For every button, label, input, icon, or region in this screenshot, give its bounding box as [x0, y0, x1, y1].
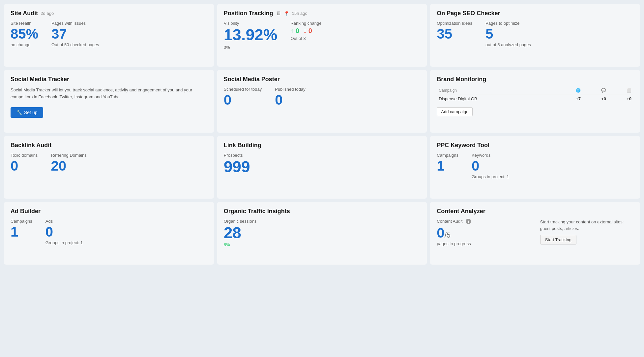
- social-media-poster-title: Social Media Poster: [224, 76, 280, 83]
- social-media-poster-card: Social Media Poster Scheduled for today …: [217, 70, 427, 133]
- prospects-value: 999: [224, 159, 250, 175]
- opt-ideas-value: 35: [437, 27, 472, 41]
- social-media-tracker-card: Social Media Tracker Social Media Tracke…: [4, 70, 214, 133]
- organic-traffic-card: Organic Traffic Insights Organic session…: [217, 202, 427, 265]
- content-right-text: Start tracking your content on external …: [540, 219, 633, 232]
- published-label: Published today: [275, 87, 306, 92]
- scheduled-value: 0: [224, 93, 262, 107]
- audit-value: 0: [437, 225, 444, 241]
- content-analyzer-card: Content Analyzer Content Audit i 0/5 pag…: [430, 202, 640, 265]
- content-analyzer-title: Content Analyzer: [437, 208, 485, 215]
- toxic-value: 0: [11, 159, 38, 173]
- site-audit-title: Site Audit: [11, 10, 38, 17]
- ranking-change-label: Ranking change: [290, 21, 321, 26]
- setup-button[interactable]: 🔧 Set up: [11, 107, 43, 118]
- published-value: 0: [275, 93, 306, 107]
- visibility-pct: 0%: [224, 45, 278, 50]
- content-audit-label: Content Audit: [437, 219, 462, 224]
- chat-col-header: 💬: [583, 87, 608, 94]
- rank-up-value: ↑ 0: [290, 27, 299, 35]
- campaign-insta-val: +0: [608, 94, 633, 104]
- desktop-icon: 🖥: [276, 11, 281, 16]
- ppc-keyword-title: PPC Keyword Tool: [437, 142, 489, 149]
- rank-down-value: ↓ 0: [303, 27, 312, 35]
- dashboard-grid: Site Audit 2d ago Site Health 85% no cha…: [4, 4, 640, 265]
- pages-optimize-label: Pages to optimize: [485, 21, 531, 26]
- up-arrow-icon: ↑: [290, 27, 294, 34]
- ad-builder-card: Ad Builder Campaigns 1 Ads 0 Groups in p…: [4, 202, 214, 265]
- ad-builder-title: Ad Builder: [11, 208, 41, 215]
- start-tracking-button[interactable]: Start Tracking: [540, 235, 576, 244]
- referring-label: Referring Domains: [51, 153, 86, 158]
- social-media-tracker-desc: Social Media Tracker will let you track …: [11, 87, 207, 101]
- position-tracking-ago: 15h ago: [292, 11, 307, 16]
- backlink-audit-card: Backlink Audit Toxic domains 0 Referring…: [4, 136, 214, 199]
- site-audit-ago: 2d ago: [41, 11, 54, 16]
- site-health-sub: no change: [11, 42, 38, 47]
- pages-issues-label: Pages with issues: [51, 21, 99, 26]
- ranking-out-of: Out of 3: [290, 36, 321, 41]
- insta-col-header: ⬜: [608, 87, 633, 94]
- ppc-keywords-label: Keywords: [472, 153, 509, 158]
- pages-optimize-value: 5: [485, 27, 531, 41]
- table-row: Dispense Digital GB +7 +0 +0: [437, 94, 633, 104]
- setup-label: Set up: [24, 110, 37, 115]
- link-building-title: Link Building: [224, 142, 261, 149]
- organic-traffic-title: Organic Traffic Insights: [224, 208, 290, 215]
- pin-icon: 📍: [284, 11, 289, 16]
- add-campaign-label: Add campaign: [441, 109, 468, 114]
- add-campaign-button[interactable]: Add campaign: [437, 107, 473, 116]
- ppc-campaigns-value: 1: [437, 159, 458, 173]
- scheduled-label: Scheduled for today: [224, 87, 262, 92]
- pages-optimize-sub: out of 5 analyzed pages: [485, 42, 531, 47]
- position-tracking-title: Position Tracking: [224, 10, 273, 17]
- ppc-keywords-value: 0: [472, 159, 509, 173]
- pages-label: pages in progress: [437, 241, 530, 246]
- site-audit-card: Site Audit 2d ago Site Health 85% no cha…: [4, 4, 214, 67]
- pages-issues-sub: Out of 50 checked pages: [51, 42, 99, 47]
- down-arrow-icon: ↓: [303, 27, 307, 34]
- backlink-audit-title: Backlink Audit: [11, 142, 51, 149]
- ppc-groups-label: Groups in project: 1: [472, 174, 509, 179]
- ads-value: 0: [45, 225, 83, 239]
- campaign-globe-val: +7: [557, 94, 583, 104]
- social-media-tracker-title: Social Media Tracker: [11, 76, 69, 83]
- instagram-icon: ⬜: [627, 88, 631, 93]
- chat-icon: 💬: [601, 88, 606, 93]
- ppc-campaigns-label: Campaigns: [437, 153, 458, 158]
- on-page-seo-title: On Page SEO Checker: [437, 10, 500, 17]
- info-icon: i: [466, 219, 471, 224]
- position-tracking-card: Position Tracking 🖥 📍 15h ago Visibility…: [217, 4, 427, 67]
- ad-campaigns-label: Campaigns: [11, 219, 32, 224]
- campaign-col-header: Campaign: [437, 87, 557, 94]
- sessions-label: Organic sessions: [224, 219, 257, 224]
- brand-monitoring-title: Brand Monitoring: [437, 76, 486, 83]
- prospects-label: Prospects: [224, 153, 250, 158]
- opt-ideas-label: Optimization Ideas: [437, 21, 472, 26]
- pages-issues-value: 37: [51, 27, 99, 41]
- campaign-name: Dispense Digital GB: [437, 94, 557, 104]
- site-health-label: Site Health: [11, 21, 38, 26]
- on-page-seo-card: On Page SEO Checker Optimization Ideas 3…: [430, 4, 640, 67]
- audit-denom: /5: [445, 231, 451, 239]
- visibility-label: Visibility: [224, 21, 278, 26]
- globe-col-header: 🌐: [557, 87, 583, 94]
- start-tracking-label: Start Tracking: [545, 237, 571, 242]
- brand-monitoring-table: Campaign 🌐 💬 ⬜ Dispense Digital GB +7: [437, 87, 633, 103]
- visibility-value: 13.92%: [224, 27, 278, 43]
- ad-campaigns-value: 1: [11, 225, 32, 239]
- ppc-keyword-card: PPC Keyword Tool Campaigns 1 Keywords 0 …: [430, 136, 640, 199]
- ad-groups-label: Groups in project: 1: [45, 240, 83, 245]
- toxic-label: Toxic domains: [11, 153, 38, 158]
- brand-monitoring-card: Brand Monitoring Campaign 🌐 💬 ⬜: [430, 70, 640, 133]
- site-health-value: 85%: [11, 27, 38, 41]
- globe-icon: 🌐: [576, 88, 581, 93]
- link-building-card: Link Building Prospects 999: [217, 136, 427, 199]
- campaign-chat-val: +0: [583, 94, 608, 104]
- wrench-icon: 🔧: [16, 110, 22, 115]
- sessions-value: 28: [224, 225, 257, 241]
- ads-label: Ads: [45, 219, 83, 224]
- sessions-pct: 8%: [224, 242, 257, 247]
- referring-value: 20: [51, 159, 86, 173]
